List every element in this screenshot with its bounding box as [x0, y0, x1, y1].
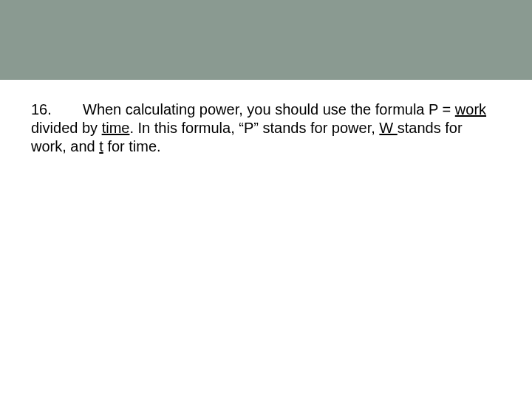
question-number: 16. — [31, 100, 83, 119]
header-bar — [0, 0, 532, 80]
question-paragraph: 16.When calculating power, you should us… — [31, 100, 501, 156]
text-segment-1: When calculating power, you should use t… — [83, 101, 429, 117]
text-segment-2: P = — [429, 101, 455, 117]
content-area: 16.When calculating power, you should us… — [0, 80, 532, 156]
underlined-W: W — [379, 120, 397, 136]
underlined-time: time — [102, 120, 130, 136]
text-segment-3: divided by — [31, 120, 102, 136]
text-segment-4: . In this formula, “P” stands for power, — [129, 120, 379, 136]
text-segment-6: for time. — [103, 138, 161, 154]
underlined-work: work — [455, 101, 486, 117]
